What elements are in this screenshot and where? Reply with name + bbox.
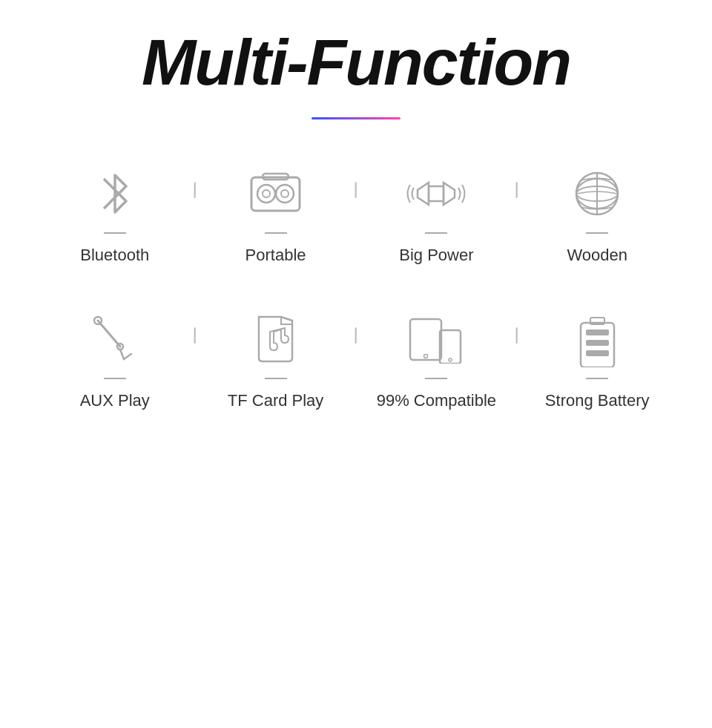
- speaker-icon: [406, 171, 466, 216]
- svg-marker-6: [418, 183, 429, 205]
- svg-point-1: [257, 185, 275, 203]
- sep-2: /: [353, 164, 359, 203]
- svg-rect-24: [586, 329, 609, 335]
- slash-icon-5: /: [350, 324, 362, 349]
- big-power-icon-area: [406, 164, 466, 223]
- portable-icon-area: [246, 164, 306, 223]
- devices-icon: [406, 315, 466, 364]
- slash-icon-4: /: [189, 324, 201, 349]
- svg-line-16: [124, 354, 131, 359]
- portable-icon: [248, 170, 303, 218]
- globe-icon: [573, 170, 622, 218]
- slash-icon: /: [189, 179, 201, 203]
- bluetooth-icon: [93, 168, 137, 220]
- svg-rect-25: [586, 340, 609, 346]
- svg-rect-8: [429, 186, 444, 201]
- aux-icon-area: [85, 309, 145, 369]
- wooden-label: Wooden: [567, 246, 627, 265]
- compatible-label: 99% Compatible: [377, 391, 496, 410]
- big-power-label: Big Power: [399, 246, 473, 265]
- wooden-underline: [586, 232, 608, 234]
- wooden-icon-area: [567, 164, 627, 223]
- feature-wooden: Wooden: [534, 164, 660, 265]
- svg-point-4: [281, 190, 289, 197]
- aux-underline: [104, 378, 126, 379]
- sep-3: /: [514, 164, 520, 203]
- page-title: Multi-Function: [142, 30, 570, 95]
- portable-label: Portable: [245, 246, 306, 265]
- sep-5: /: [353, 309, 359, 348]
- battery-icon-area: [567, 309, 627, 369]
- svg-point-21: [449, 358, 452, 361]
- bluetooth-label: Bluetooth: [80, 246, 149, 265]
- compatible-underline: [425, 378, 447, 379]
- feature-battery: Strong Battery: [534, 309, 660, 410]
- compatible-icon-area: [406, 309, 466, 369]
- feature-portable: Portable: [213, 164, 339, 265]
- battery-label: Strong Battery: [545, 391, 650, 410]
- tfcard-label: TF Card Play: [228, 391, 324, 410]
- svg-rect-26: [586, 350, 609, 356]
- svg-point-2: [263, 190, 270, 197]
- tfcard-underline: [265, 378, 287, 379]
- page: Multi-Function Bluetooth /: [0, 0, 712, 728]
- battery-icon: [577, 312, 618, 367]
- battery-underline: [586, 378, 608, 379]
- features-grid: Bluetooth /: [30, 164, 682, 410]
- svg-line-15: [120, 350, 124, 359]
- svg-line-13: [98, 321, 120, 347]
- slash-icon-3: /: [511, 179, 523, 203]
- svg-marker-7: [444, 183, 455, 205]
- feature-tfcard: TF Card Play: [213, 309, 339, 410]
- tfcard-icon-area: [246, 309, 306, 369]
- bluetooth-underline: [104, 232, 126, 234]
- sep-4: /: [192, 309, 198, 348]
- feature-aux: AUX Play: [52, 309, 178, 410]
- bluetooth-icon-area: [85, 164, 145, 223]
- svg-point-3: [276, 185, 294, 203]
- features-row-1: Bluetooth /: [44, 164, 668, 265]
- big-power-underline: [425, 232, 447, 234]
- features-row-2: AUX Play / TF Card P: [44, 309, 668, 410]
- sep-1: /: [192, 164, 198, 203]
- feature-bluetooth: Bluetooth: [52, 164, 178, 265]
- feature-big-power: Big Power: [373, 164, 499, 265]
- sep-6: /: [514, 309, 520, 348]
- decorative-divider: [312, 117, 400, 119]
- portable-underline: [265, 232, 287, 234]
- aux-icon: [90, 313, 139, 365]
- feature-compatible: 99% Compatible: [373, 309, 499, 410]
- slash-icon-6: /: [511, 324, 523, 349]
- tfcard-icon: [255, 313, 296, 365]
- aux-label: AUX Play: [80, 391, 150, 410]
- svg-point-19: [424, 354, 428, 358]
- slash-icon-2: /: [350, 179, 362, 203]
